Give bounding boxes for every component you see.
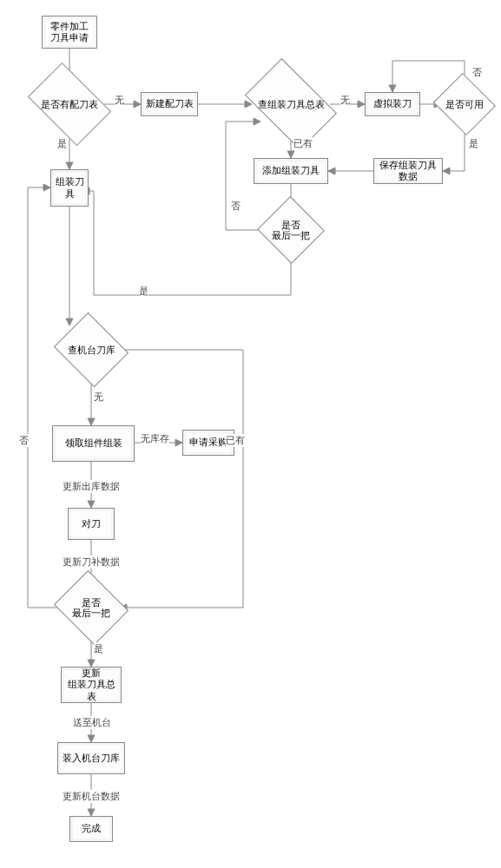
svg-marker-5 — [66, 162, 73, 169]
node-label: 更新组装刀具总表 — [63, 667, 119, 702]
node-load-machine-mag: 装入机台刀库 — [57, 742, 125, 774]
node-label: 查组装刀具总表 — [252, 99, 330, 109]
edge-label-no-3: 否 — [19, 434, 29, 447]
svg-marker-11 — [287, 151, 294, 158]
edge-label-nostock: 无库存 — [141, 432, 169, 445]
node-label: 是否可用 — [437, 99, 492, 109]
node-done: 完成 — [69, 816, 113, 842]
node-label: 虚拟装刀 — [373, 98, 412, 109]
svg-marker-36 — [88, 735, 95, 742]
node-label: 是否最后一把 — [265, 220, 317, 240]
node-add-assembly-tool: 添加组装刀具 — [254, 158, 328, 184]
svg-marker-34 — [88, 660, 95, 667]
svg-marker-24 — [88, 418, 95, 425]
edge-label-none-2: 无 — [340, 94, 350, 107]
node-label: 完成 — [82, 823, 101, 834]
flowchart-canvas: 零件加工刀具申请 是否有配刀表 新建配刀表 查组装刀具总表 虚拟装刀 是否可用 … — [0, 0, 501, 868]
svg-marker-38 — [88, 809, 95, 816]
svg-marker-27 — [175, 439, 182, 446]
node-label: 保存组装刀具数据 — [376, 160, 440, 182]
node-label: 申请采购 — [189, 437, 227, 448]
edge-label-upd-comp: 更新刀补数据 — [63, 556, 120, 569]
edge-label-upd-mach: 更新机台数据 — [63, 790, 120, 803]
node-label: 领取组件组装 — [65, 437, 122, 449]
edge-label-yes-1: 是 — [57, 137, 67, 150]
node-assemble-tool: 组装刀具 — [50, 169, 89, 207]
node-update-assembly-list: 更新组装刀具总表 — [61, 667, 122, 703]
edge-label-exists-2: 已有 — [226, 434, 245, 447]
svg-marker-3 — [134, 101, 141, 108]
node-tool-calibrate: 对刀 — [68, 508, 115, 540]
edge-label-none-3: 无 — [94, 391, 103, 404]
svg-marker-20 — [254, 118, 260, 125]
node-label: 装入机台刀库 — [63, 753, 120, 764]
edge-label-send: 送至机台 — [73, 716, 111, 729]
node-label: 添加组装刀具 — [262, 165, 320, 176]
edge-label-yes-4: 是 — [94, 642, 103, 655]
node-save-assembly-data: 保存组装刀具数据 — [373, 158, 443, 184]
node-label: 是否有配刀表 — [35, 99, 104, 109]
svg-marker-14 — [389, 85, 396, 92]
edge-label-upd-out: 更新出库数据 — [63, 480, 120, 493]
node-label: 新建配刀表 — [146, 98, 194, 109]
svg-marker-9 — [358, 101, 365, 108]
svg-marker-32 — [43, 184, 50, 191]
node-label: 是否最后一把 — [65, 597, 117, 618]
node-label: 组装刀具 — [53, 176, 86, 199]
svg-marker-29 — [88, 501, 95, 508]
node-label: 查机台刀库 — [61, 345, 122, 355]
edge-label-yes-2: 是 — [469, 137, 478, 150]
svg-marker-15 — [443, 168, 450, 174]
edge-label-yes-3: 是 — [139, 285, 148, 298]
edge-label-no-1: 否 — [472, 66, 482, 79]
edge-label-none-1: 无 — [115, 94, 124, 107]
node-fetch-components: 领取组件组装 — [52, 425, 135, 462]
node-label: 对刀 — [82, 518, 101, 529]
svg-marker-23 — [66, 319, 73, 326]
node-new-tool-table: 新建配刀表 — [141, 92, 198, 116]
node-part-tool-request: 零件加工刀具申请 — [42, 16, 97, 49]
edge-label-no-2: 否 — [231, 200, 241, 213]
node-label: 零件加工刀具申请 — [50, 21, 89, 43]
node-virtual-assemble: 虚拟装刀 — [365, 92, 420, 116]
svg-marker-17 — [328, 168, 335, 174]
edge-label-exists-1: 已有 — [293, 137, 313, 150]
